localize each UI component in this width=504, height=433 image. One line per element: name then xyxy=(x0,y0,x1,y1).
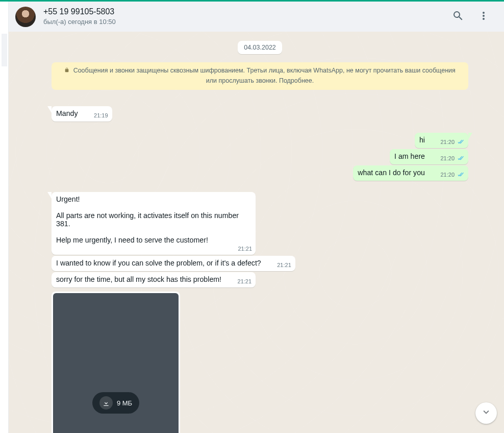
message-time: 21:20 xyxy=(440,155,455,162)
bubble-tail-icon xyxy=(47,192,52,199)
kebab-menu-icon xyxy=(477,10,490,24)
encryption-notice-text: Сообщения и звонки защищены сквозным шиф… xyxy=(73,67,456,84)
bubble-tail-icon xyxy=(468,133,472,139)
download-media-button[interactable]: 9 МБ xyxy=(92,392,139,414)
chat-list-item-selected[interactable] xyxy=(2,34,7,66)
message-time: 21:19 xyxy=(94,112,108,119)
chat-list-sliver xyxy=(0,2,9,433)
read-receipt-icon xyxy=(456,172,464,178)
conversation-panel: 04.03.2022 Сообщения и звонки защищены с… xyxy=(9,32,504,433)
media-size-label: 9 МБ xyxy=(117,399,132,407)
message-text: Urgent! All parts are not working, it ac… xyxy=(56,195,251,244)
message-out[interactable]: I am here 21:20 xyxy=(52,149,468,164)
scroll-to-bottom-button[interactable] xyxy=(475,402,497,424)
date-separator: 04.03.2022 xyxy=(238,41,282,54)
message-time: 21:20 xyxy=(440,138,455,146)
message-in[interactable]: Urgent! All parts are not working, it ac… xyxy=(52,192,468,255)
contact-last-seen: был(-а) сегодня в 10:50 xyxy=(43,17,448,27)
contact-phone: +55 19 99105-5803 xyxy=(43,7,448,17)
message-text: sorry for the time, but all my stock has… xyxy=(56,275,251,283)
message-in[interactable]: I wanted to know if you can solve the pr… xyxy=(52,256,468,271)
search-icon xyxy=(452,10,464,24)
read-receipt-icon xyxy=(456,156,464,161)
message-out[interactable]: hi 21:20 xyxy=(52,133,468,148)
media-placeholder[interactable]: 9 МБ xyxy=(53,293,179,433)
chat-header: +55 19 99105-5803 был(-а) сегодня в 10:5… xyxy=(0,2,504,32)
message-time: 21:21 xyxy=(238,278,252,285)
search-in-chat-button[interactable] xyxy=(448,7,468,27)
contact-avatar[interactable] xyxy=(15,7,36,27)
chevron-down-icon xyxy=(481,406,492,420)
read-receipt-icon xyxy=(456,139,464,145)
encryption-notice[interactable]: Сообщения и звонки защищены сквозным шиф… xyxy=(52,62,468,90)
message-in[interactable]: Mandy 21:19 xyxy=(52,106,468,122)
message-text: I wanted to know if you can solve the pr… xyxy=(56,259,291,267)
contact-title-block[interactable]: +55 19 99105-5803 был(-а) сегодня в 10:5… xyxy=(43,7,448,27)
bubble-tail-icon xyxy=(47,106,52,113)
message-time: 21:21 xyxy=(238,245,252,253)
lock-icon xyxy=(64,67,71,75)
message-time: 21:20 xyxy=(440,171,455,179)
message-in[interactable]: sorry for the time, but all my stock has… xyxy=(52,272,468,287)
message-out[interactable]: what can I do for you 21:20 xyxy=(52,165,468,181)
message-in-media[interactable]: 9 МБ xyxy=(52,292,468,433)
message-time: 21:21 xyxy=(277,261,291,269)
download-icon xyxy=(99,396,113,410)
chat-menu-button[interactable] xyxy=(473,7,494,27)
